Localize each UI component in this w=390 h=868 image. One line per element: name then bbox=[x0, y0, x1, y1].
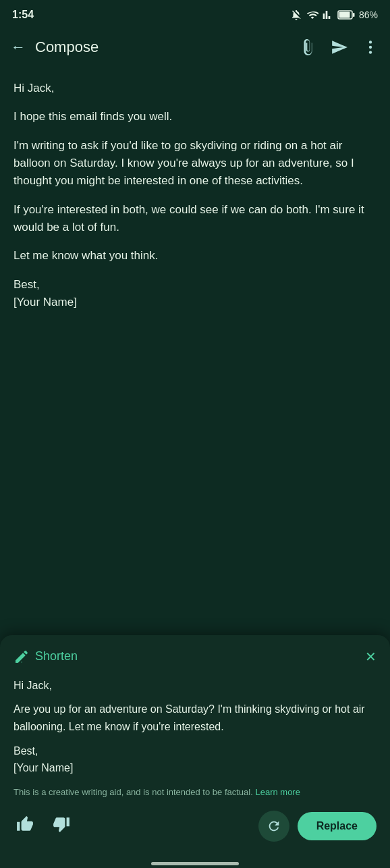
replace-button[interactable]: Replace bbox=[298, 812, 377, 840]
battery-icon bbox=[337, 10, 355, 20]
status-icons: 86% bbox=[290, 9, 378, 21]
email-paragraph2: I'm writing to ask if you'd like to go s… bbox=[13, 137, 377, 190]
status-time: 1:54 bbox=[12, 9, 34, 21]
email-paragraph4: Let me know what you think. bbox=[13, 247, 377, 265]
toolbar: ← Compose bbox=[0, 27, 390, 67]
disclaimer-text: This is a creative writing aid, and is n… bbox=[13, 787, 253, 797]
ai-suggestion-content: Hi Jack, Are you up for an adventure on … bbox=[13, 677, 377, 777]
more-options-icon[interactable] bbox=[362, 38, 379, 56]
email-paragraph1: I hope this email finds you well. bbox=[13, 108, 377, 126]
ai-suggestion-greeting: Hi Jack, bbox=[13, 677, 377, 695]
ai-disclaimer: This is a creative writing aid, and is n… bbox=[13, 786, 377, 798]
magic-pencil-icon bbox=[13, 649, 30, 665]
wifi-icon bbox=[306, 9, 318, 21]
send-icon[interactable] bbox=[331, 38, 348, 56]
svg-rect-1 bbox=[339, 12, 350, 18]
battery-percentage: 86% bbox=[359, 9, 378, 20]
home-indicator bbox=[13, 857, 377, 868]
email-closing: Best, [Your Name] bbox=[13, 276, 377, 312]
ai-closing-text: Best, bbox=[13, 745, 38, 757]
email-paragraph3: If you're interested in both, we could s… bbox=[13, 201, 377, 237]
ai-panel-header: Shorten ✕ bbox=[13, 649, 377, 665]
bell-muted-icon bbox=[290, 9, 302, 21]
ai-panel-title: Shorten bbox=[13, 649, 78, 665]
svg-rect-2 bbox=[353, 13, 355, 17]
ai-suggestion-closing: Best, [Your Name] bbox=[13, 742, 377, 777]
svg-point-5 bbox=[369, 51, 372, 53]
email-body[interactable]: Hi Jack, I hope this email finds you wel… bbox=[0, 67, 390, 311]
compose-title: Compose bbox=[35, 38, 300, 56]
ai-panel-title-text: Shorten bbox=[35, 649, 78, 663]
action-buttons: Replace bbox=[258, 811, 377, 842]
email-signature: [Your Name] bbox=[13, 296, 77, 308]
ai-panel: Shorten ✕ Hi Jack, Are you up for an adv… bbox=[0, 635, 390, 868]
svg-point-3 bbox=[369, 40, 372, 43]
thumbs-down-button[interactable] bbox=[50, 813, 73, 840]
ai-suggestion-body: Are you up for an adventure on Saturday?… bbox=[13, 701, 377, 735]
ai-panel-footer: Replace bbox=[13, 811, 377, 857]
signal-icon bbox=[323, 9, 333, 20]
learn-more-link[interactable]: Learn more bbox=[255, 787, 300, 797]
feedback-buttons bbox=[13, 813, 73, 840]
home-bar bbox=[151, 862, 239, 865]
email-greeting: Hi Jack, bbox=[13, 80, 377, 97]
status-bar: 1:54 86% bbox=[0, 0, 390, 27]
toolbar-actions bbox=[300, 38, 379, 56]
refresh-button[interactable] bbox=[258, 811, 289, 842]
back-button[interactable]: ← bbox=[11, 38, 26, 56]
ai-panel-close-button[interactable]: ✕ bbox=[365, 649, 377, 665]
svg-point-4 bbox=[369, 46, 372, 49]
ai-signature: [Your Name] bbox=[13, 762, 73, 774]
thumbs-up-button[interactable] bbox=[13, 813, 36, 840]
attachment-icon[interactable] bbox=[300, 38, 317, 56]
email-closing-text: Best, bbox=[13, 278, 40, 291]
